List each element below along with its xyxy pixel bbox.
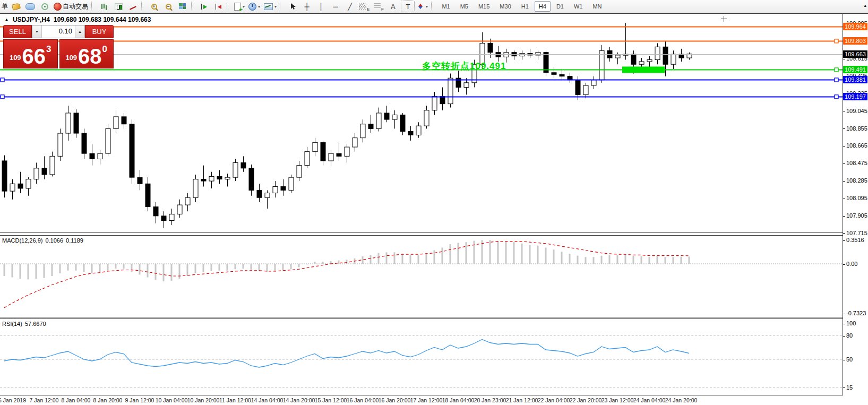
- buy-button[interactable]: BUY: [85, 25, 114, 38]
- toolbar-overflow-icon[interactable]: ▴: [864, 3, 866, 8]
- tab-m1[interactable]: M1: [437, 1, 454, 12]
- tile-windows-icon: [179, 3, 186, 10]
- zoom-in-button[interactable]: +: [148, 1, 160, 12]
- sell-button[interactable]: SELL: [3, 25, 32, 38]
- rsi-chart[interactable]: [0, 319, 843, 395]
- macd-axis-label: -0.7323: [843, 309, 866, 317]
- line-handle[interactable]: [1, 78, 4, 82]
- candle-body: [122, 117, 126, 124]
- signals-button[interactable]: [38, 1, 51, 12]
- price-tick: 108.855: [843, 125, 867, 132]
- line-chart-button[interactable]: [126, 1, 139, 12]
- periods-button[interactable]: ▾: [247, 1, 261, 12]
- separator: [141, 2, 144, 11]
- candle-body: [249, 168, 254, 191]
- fibonacci-button[interactable]: F: [372, 1, 385, 12]
- time-label: 22 Jan 04:00: [538, 397, 570, 403]
- macd-bar: [458, 243, 459, 264]
- chevron-down-icon: ▾: [274, 4, 277, 9]
- candle-body: [560, 74, 564, 76]
- macd-signal-value: 0.1189: [66, 237, 83, 244]
- autotrade-button[interactable]: 自动交易: [53, 1, 89, 12]
- macd-bar: [59, 264, 61, 273]
- macd-bar: [163, 264, 165, 281]
- candle-body: [177, 205, 182, 214]
- trendline-icon: ╱: [348, 3, 352, 10]
- line-handle[interactable]: [835, 68, 838, 72]
- main-chart[interactable]: [0, 14, 843, 232]
- chart-shift-button[interactable]: [212, 1, 225, 12]
- bar-chart-button[interactable]: [98, 1, 110, 12]
- macd-bar: [665, 257, 666, 264]
- horizontal-line-button[interactable]: ─: [329, 1, 342, 12]
- tab-m5[interactable]: M5: [456, 1, 472, 12]
- macd-name: MACD(12,26,9): [2, 237, 42, 244]
- market-button[interactable]: [24, 1, 37, 12]
- line-handle[interactable]: [835, 78, 838, 82]
- highlight-box[interactable]: [622, 66, 665, 73]
- indicators-button[interactable]: ▾: [233, 1, 246, 12]
- macd-panel[interactable]: MACD(12,26,9) 0.1066 0.1189: [0, 236, 843, 317]
- tab-h4[interactable]: H4: [535, 1, 551, 12]
- candle-body: [74, 113, 79, 133]
- autotrade-icon: [54, 3, 62, 11]
- channel-button[interactable]: E: [358, 1, 371, 12]
- macd-bar: [450, 244, 451, 264]
- trendline-button[interactable]: ╱: [343, 1, 356, 12]
- cloud-icon: [25, 3, 35, 10]
- tab-mn[interactable]: MN: [588, 1, 606, 12]
- tab-m15[interactable]: M15: [474, 1, 494, 12]
- crosshair-button[interactable]: ┼: [300, 1, 313, 12]
- time-axis[interactable]: 6 Jan 20197 Jan 12:008 Jan 04:008 Jan 20…: [0, 395, 843, 405]
- candle-body: [679, 54, 684, 58]
- macd-bar: [689, 256, 690, 264]
- auto-scroll-button[interactable]: [197, 1, 210, 12]
- line-handle[interactable]: [1, 95, 4, 99]
- tab-h1[interactable]: H1: [517, 1, 533, 12]
- buy-price-button[interactable]: 109680: [59, 39, 114, 68]
- line-handle[interactable]: [835, 95, 838, 99]
- rsi-panel[interactable]: RSI(14) 57.6670: [0, 319, 843, 395]
- volume-up-button[interactable]: ▲: [75, 25, 84, 38]
- candle-body: [384, 113, 389, 119]
- collapse-arrow-icon[interactable]: ▲: [4, 17, 9, 22]
- cursor-button[interactable]: [286, 1, 299, 12]
- candle-body: [201, 179, 206, 181]
- templates-button[interactable]: ▾: [263, 1, 278, 12]
- macd-bar: [426, 253, 427, 264]
- price-axis[interactable]: 109.995109.805109.615109.425109.235109.0…: [843, 14, 868, 405]
- main-chart-panel[interactable]: ▲ USDJPY-,H4 109.680 109.683 109.644 109…: [0, 14, 843, 232]
- panel-separator[interactable]: [0, 232, 868, 233]
- zoom-out-button[interactable]: −: [162, 1, 175, 12]
- volume-input[interactable]: 0.10: [42, 25, 75, 38]
- macd-bar: [513, 242, 515, 264]
- text-label-button[interactable]: T: [401, 1, 415, 12]
- new-order-button[interactable]: [10, 1, 22, 12]
- macd-axis-label: 0.00: [843, 260, 857, 268]
- tab-m30[interactable]: M30: [495, 1, 515, 12]
- tab-d1[interactable]: D1: [552, 1, 568, 12]
- vertical-line-button[interactable]: │: [315, 1, 328, 12]
- candle-body: [193, 179, 198, 198]
- symbol-period: USDJPY-,H4: [13, 16, 50, 23]
- candle-body: [18, 184, 23, 188]
- candle-body: [671, 54, 676, 64]
- rsi-axis-label: 15: [843, 384, 853, 391]
- sell-price-button[interactable]: 109663: [3, 39, 58, 68]
- panel-separator[interactable]: [0, 317, 868, 317]
- order-label[interactable]: 单: [2, 2, 8, 11]
- time-label: 21 Jan 12:00: [506, 397, 538, 403]
- chevron-down-icon: ▾: [243, 4, 245, 9]
- volume-down-button[interactable]: ▼: [32, 25, 42, 38]
- text-button[interactable]: A: [386, 1, 399, 12]
- macd-bar: [410, 255, 411, 264]
- pivot-annotation[interactable]: 多空转折点109.491: [422, 60, 506, 72]
- macd-bar: [203, 264, 204, 272]
- tab-w1[interactable]: W1: [570, 1, 587, 12]
- tile-windows-button[interactable]: [176, 1, 189, 12]
- line-handle[interactable]: [835, 39, 838, 43]
- candle-chart-button[interactable]: [112, 1, 125, 12]
- macd-chart[interactable]: [0, 236, 843, 317]
- arrows-button[interactable]: ▾: [416, 1, 429, 12]
- candle-body: [145, 184, 150, 206]
